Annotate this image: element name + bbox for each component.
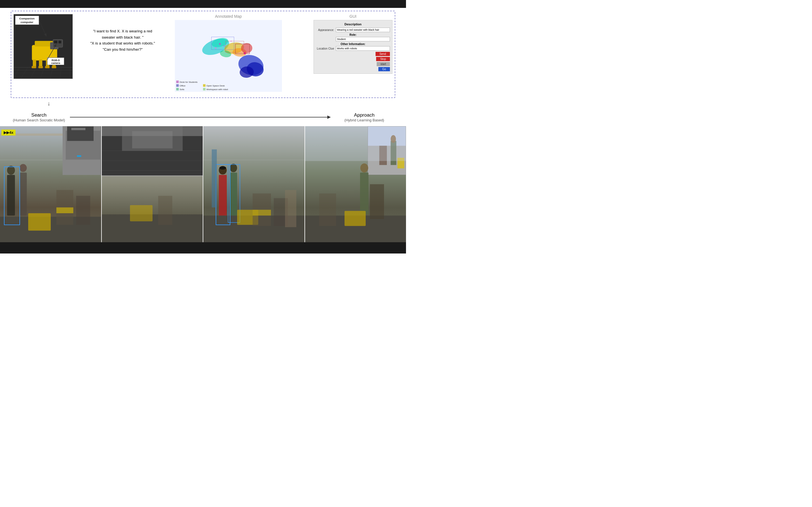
svg-text:Companion: Companion: [19, 17, 35, 20]
svg-rect-24: [58, 41, 61, 43]
video-panel-2: [102, 126, 204, 242]
svg-text:Workspace with robot: Workspace with robot: [206, 88, 229, 91]
svg-rect-116: [319, 193, 336, 226]
approach-title: Approach: [333, 112, 395, 118]
approach-label: Approach (Hybrid Learning Based): [333, 112, 395, 122]
svg-rect-66: [7, 175, 15, 216]
svg-rect-68: [20, 173, 27, 216]
search-label: Search (Human Search Socratic Model): [11, 112, 67, 122]
svg-rect-21: [52, 66, 56, 68]
robot-image: Companion computer RGB-D camera: [13, 14, 73, 79]
gui-buttons-row: Send Stop start Go: [316, 52, 390, 71]
top-container: Companion computer RGB-D camera: [11, 11, 395, 98]
video4-content: [305, 126, 406, 242]
cam-overlay-1: [63, 126, 101, 175]
svg-text:Open Space Desk: Open Space Desk: [206, 84, 225, 87]
gui-appearance-input[interactable]: [336, 27, 390, 32]
svg-rect-115: [345, 211, 366, 226]
gui-role-input[interactable]: [336, 37, 390, 41]
svg-rect-71: [28, 213, 51, 231]
svg-text:camera: camera: [51, 62, 60, 64]
svg-rect-61: [203, 88, 206, 91]
robot-section: Companion computer RGB-D camera: [13, 14, 73, 79]
flow-row: Search (Human Search Socratic Model) App…: [11, 109, 395, 126]
gui-section: GUI Description Appearance: Role: Other …: [313, 14, 393, 94]
search-title: Search: [11, 112, 67, 118]
svg-text:Desk for Students: Desk for Students: [180, 81, 198, 83]
svg-rect-79: [77, 156, 81, 157]
svg-rect-53: [176, 80, 179, 83]
svg-text:Office: Office: [180, 84, 186, 87]
start-button[interactable]: start: [377, 62, 390, 66]
speed-badge: ▶▶4x: [1, 129, 15, 135]
map-canvas: Desk for Students Office Sofa Open Space…: [175, 20, 282, 93]
svg-rect-57: [176, 88, 179, 91]
gui-location-row: Location Clue: [316, 46, 390, 51]
svg-rect-103: [253, 210, 271, 216]
svg-point-94: [219, 166, 226, 170]
query-section: "I want to find X. X is wearing a red sw…: [79, 28, 166, 52]
gui-location-input[interactable]: [336, 46, 390, 51]
gui-role-label: Role:: [316, 33, 390, 36]
video2-content: [102, 126, 203, 242]
svg-point-67: [7, 166, 15, 175]
svg-rect-15: [32, 66, 36, 68]
svg-rect-95: [230, 173, 237, 216]
svg-rect-73: [76, 196, 90, 225]
svg-rect-88: [130, 205, 153, 221]
svg-rect-114: [370, 184, 384, 219]
svg-point-113: [360, 163, 368, 172]
video-panel-1: ▶▶4x: [0, 126, 102, 242]
svg-point-47: [215, 47, 216, 49]
gui-description-title: Description: [316, 22, 390, 26]
approach-sub: (Hybrid Learning Based): [333, 118, 395, 122]
svg-text:Sofa: Sofa: [180, 88, 185, 91]
svg-rect-78: [71, 128, 86, 130]
svg-text:RGB-D: RGB-D: [52, 59, 60, 62]
gui-title: GUI: [313, 14, 393, 18]
map-title: Annotated Map: [175, 14, 282, 18]
gui-appearance-row: Appearance:: [316, 27, 390, 32]
svg-rect-112: [360, 173, 368, 214]
svg-rect-23: [54, 41, 57, 43]
bottom-bar: [0, 242, 406, 253]
gui-panel: Description Appearance: Role: Other Info…: [313, 20, 393, 74]
svg-rect-19: [45, 66, 50, 68]
go-button[interactable]: Go: [378, 67, 390, 71]
gui-appearance-label: Appearance:: [316, 29, 336, 32]
svg-point-45: [219, 43, 221, 45]
svg-rect-17: [38, 66, 43, 68]
svg-rect-89: [158, 196, 172, 225]
video-panel-4: [305, 126, 406, 242]
video-section: ▶▶4x: [0, 126, 406, 242]
main-content: Companion computer RGB-D camera: [0, 8, 406, 242]
svg-rect-55: [176, 84, 179, 87]
send-button[interactable]: Send: [375, 52, 390, 56]
flow-arrow: [70, 117, 331, 117]
svg-rect-59: [203, 84, 206, 87]
search-sub: (Human Search Socratic Model): [11, 118, 67, 122]
robot-svg: Companion computer RGB-D camera: [14, 14, 72, 78]
svg-point-96: [230, 164, 237, 172]
svg-point-69: [19, 164, 27, 172]
svg-point-52: [244, 52, 246, 54]
svg-rect-104: [285, 190, 296, 227]
query-text: "I want to find X. X is wearing a red sw…: [90, 29, 155, 52]
svg-point-46: [223, 45, 225, 47]
svg-rect-92: [219, 175, 227, 216]
svg-rect-100: [212, 149, 217, 207]
svg-text:computer: computer: [20, 20, 33, 24]
arrow-down: ↓: [47, 100, 50, 107]
svg-rect-117: [305, 126, 406, 161]
top-cam-svg: [63, 126, 101, 175]
video3-content: [203, 126, 305, 242]
svg-rect-74: [56, 207, 73, 213]
map-section: Annotated Map: [175, 14, 282, 96]
map-svg: Desk for Students Office Sofa Open Space…: [175, 20, 282, 92]
gui-other-info-label: Other Information:: [316, 43, 390, 46]
gui-role-row: [316, 37, 390, 41]
gui-location-label: Location Clue: [316, 47, 336, 50]
stop-button[interactable]: Stop: [376, 57, 390, 61]
top-bar: [0, 0, 406, 8]
video-panel-3: [203, 126, 305, 242]
